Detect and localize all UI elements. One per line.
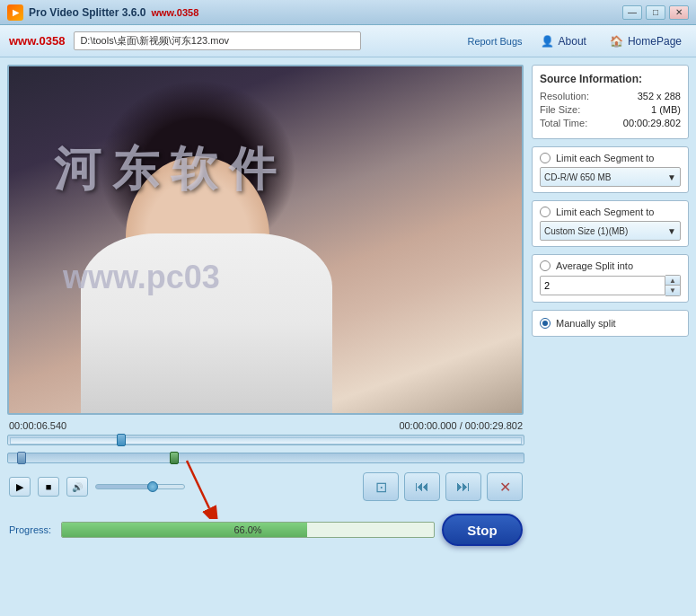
home-icon: 🏠 [610, 34, 624, 48]
stop-button[interactable]: Stop [442, 514, 523, 546]
video-content: 河 东 软 件 www.pc03 [9, 66, 522, 413]
delete-icon: ✕ [499, 479, 511, 496]
stop-playback-button[interactable]: ■ [38, 477, 59, 497]
video-watermark-cn: 河 东 软 件 [54, 138, 276, 201]
split-option-3: Average Split into 2 ▲ ▼ [532, 254, 689, 303]
filesize-label: File Size: [540, 104, 580, 115]
about-icon: 👤 [541, 34, 555, 48]
stop-label: Stop [467, 523, 497, 538]
volume-handle[interactable] [147, 481, 158, 492]
source-info-panel: Source Information: Resolution: 352 x 28… [532, 65, 689, 139]
segment-start-handle[interactable] [17, 452, 26, 464]
play-button[interactable]: ▶ [9, 477, 31, 497]
number-arrows: ▲ ▼ [665, 275, 681, 296]
radio-selected-dot [542, 321, 548, 326]
option3-row: Average Split into [540, 260, 681, 271]
volume-icon: 🔊 [72, 482, 83, 492]
resolution-row: Resolution: 352 x 288 [540, 91, 681, 101]
menu-left: www.0358 D:\tools\桌面\新视频\河东123.mov [9, 31, 361, 50]
volume-slider[interactable] [95, 484, 185, 489]
resolution-value: 352 x 288 [638, 91, 681, 101]
maximize-button[interactable]: □ [646, 5, 665, 20]
title-bar-left: ▶ Pro Video Splitter 3.6.0 www.0358 [7, 4, 198, 21]
about-button[interactable]: 👤 About [535, 32, 592, 50]
menu-watermark: www.0358 [9, 34, 65, 48]
number-up-button[interactable]: ▲ [665, 276, 680, 286]
split-view-icon: ⊡ [375, 479, 387, 496]
option1-dropdown-icon: ▼ [667, 172, 676, 182]
title-watermark: www.0358 [152, 7, 199, 18]
split-option-1: Limit each Segment to CD-R/W 650 MB ▼ [532, 146, 689, 193]
option1-select-value: CD-R/W 650 MB [544, 172, 611, 182]
app-title: Pro Video Splitter 3.6.0 [29, 6, 146, 19]
filesize-row: File Size: 1 (MB) [540, 104, 681, 115]
option1-row: Limit each Segment to [540, 153, 681, 163]
total-time: 00:00:00.000 / 00:00:29.802 [399, 420, 523, 431]
prev-icon: ⏮ [415, 479, 429, 495]
svg-line-1 [187, 461, 209, 508]
homepage-label: HomePage [628, 35, 682, 48]
close-button[interactable]: ✕ [669, 5, 689, 20]
option2-select-value: Custom Size (1)(MB) [544, 226, 628, 236]
time-display: 00:00:06.540 00:00:00.000 / 00:00:29.802 [7, 420, 524, 431]
stop-icon: ■ [46, 481, 52, 492]
controls-row: ▶ ■ 🔊 ⊡ ⏮ ⏭ ✕ [7, 469, 524, 505]
filesize-value: 1 (MB) [651, 104, 681, 115]
option2-select[interactable]: Custom Size (1)(MB) ▼ [540, 221, 681, 241]
option2-row: Limit each Segment to [540, 207, 681, 217]
title-bar-controls: — □ ✕ [622, 5, 689, 20]
video-watermark-url: www.pc03 [63, 259, 220, 296]
right-panel: Source Information: Resolution: 352 x 28… [532, 65, 689, 609]
split-view-button[interactable]: ⊡ [363, 472, 399, 501]
resolution-label: Resolution: [540, 91, 589, 101]
progress-text: 66.0% [62, 524, 434, 535]
option1-radio[interactable] [540, 153, 551, 163]
minimize-button[interactable]: — [622, 5, 642, 20]
timeline-area: 00:00:06.540 00:00:00.000 / 00:00:29.802 [7, 420, 524, 463]
source-info-title: Source Information: [540, 73, 681, 85]
homepage-button[interactable]: 🏠 HomePage [604, 32, 687, 50]
progress-label: Progress: [9, 524, 54, 535]
volume-button[interactable]: 🔊 [66, 477, 88, 497]
delete-segment-button[interactable]: ✕ [487, 472, 523, 501]
action-buttons: ⊡ ⏮ ⏭ ✕ [363, 472, 523, 501]
report-bugs-link[interactable]: Report Bugs [467, 36, 522, 47]
menu-right: Report Bugs 👤 About 🏠 HomePage [467, 32, 687, 50]
split-option-2: Limit each Segment to Custom Size (1)(MB… [532, 200, 689, 247]
seek-handle[interactable] [117, 434, 126, 446]
next-icon: ⏭ [456, 479, 471, 495]
option1-select[interactable]: CD-R/W 650 MB ▼ [540, 167, 681, 187]
option2-label: Limit each Segment to [556, 207, 654, 217]
option2-radio[interactable] [540, 207, 551, 217]
totaltime-value: 00:00:29.802 [623, 118, 681, 128]
arrow-indicator [178, 456, 232, 522]
option1-label: Limit each Segment to [556, 153, 654, 163]
main-content: 河 东 软 件 www.pc03 00:00:06.540 00:00:00.0… [0, 57, 696, 616]
current-time: 00:00:06.540 [9, 420, 66, 431]
progress-bar: 66.0% [61, 522, 435, 538]
option4-label: Manually split [556, 318, 616, 329]
option3-number-input: 2 ▲ ▼ [540, 275, 681, 296]
option3-radio[interactable] [540, 260, 551, 271]
video-preview[interactable]: 河 东 软 件 www.pc03 [7, 65, 524, 415]
option4-radio[interactable] [540, 318, 551, 329]
number-down-button[interactable]: ▼ [665, 286, 680, 295]
next-segment-button[interactable]: ⏭ [445, 472, 481, 501]
seek-bar[interactable] [7, 435, 524, 445]
totaltime-row: Total Time: 00:00:29.802 [540, 118, 681, 128]
prev-segment-button[interactable]: ⏮ [404, 472, 440, 501]
split-option-4: Manually split [532, 310, 689, 337]
left-panel: 河 东 软 件 www.pc03 00:00:06.540 00:00:00.0… [7, 65, 524, 609]
average-split-field[interactable]: 2 [540, 276, 665, 295]
seek-track [10, 437, 522, 444]
app-icon: ▶ [7, 4, 23, 21]
segment-bar[interactable] [7, 453, 524, 463]
totaltime-label: Total Time: [540, 118, 587, 128]
progress-row: Progress: 66.0% Stop [7, 510, 524, 550]
about-label: About [559, 35, 586, 48]
menu-bar: www.0358 D:\tools\桌面\新视频\河东123.mov Repor… [0, 25, 696, 57]
option3-label: Average Split into [556, 260, 633, 271]
title-bar: ▶ Pro Video Splitter 3.6.0 www.0358 — □ … [0, 0, 696, 25]
file-path[interactable]: D:\tools\桌面\新视频\河东123.mov [74, 31, 361, 50]
option2-dropdown-icon: ▼ [667, 226, 676, 236]
